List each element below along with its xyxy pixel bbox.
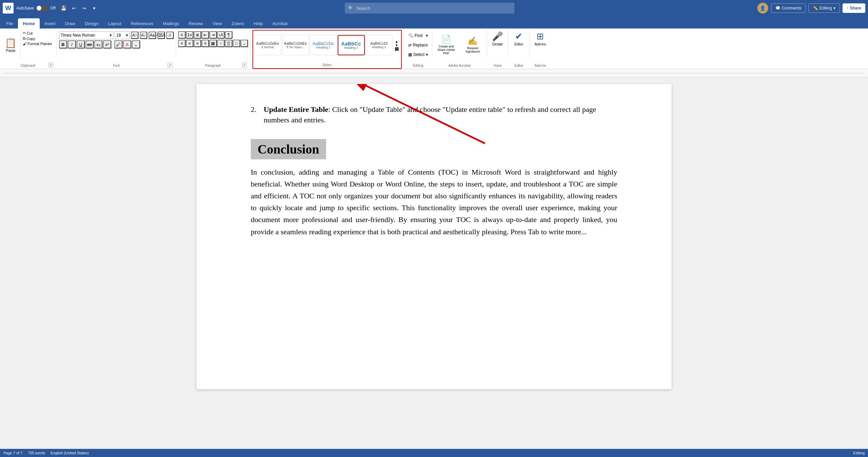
separator-3 xyxy=(250,30,250,57)
text-effects-button[interactable]: A xyxy=(166,32,174,39)
editing-mode-button[interactable]: ✏️ Editing ▾ xyxy=(809,3,840,13)
paste-button[interactable]: 📋 Paste xyxy=(1,30,20,60)
paragraph-expand-button[interactable]: ⤢ xyxy=(242,63,247,67)
tab-review[interactable]: Review xyxy=(184,18,208,28)
line-spacing-button[interactable]: ↕ xyxy=(217,40,225,47)
font-group-label: Font xyxy=(59,64,174,68)
page: 2. Update Entire Table: Click on "Update… xyxy=(196,84,672,389)
tab-references[interactable]: References xyxy=(126,18,158,28)
tab-layout[interactable]: Layout xyxy=(103,18,126,28)
text-highlight-button[interactable]: 🖊 xyxy=(114,40,122,48)
style-normal[interactable]: AaBbCcDdEe ¶ Normal xyxy=(254,35,281,55)
style-nospacing-preview: AaBbCcDdEe xyxy=(284,42,307,45)
tab-file[interactable]: File xyxy=(1,18,18,28)
bold-button[interactable]: B xyxy=(59,40,67,48)
tab-design[interactable]: Design xyxy=(80,18,103,28)
search-bar: 🔍 xyxy=(345,3,514,14)
font-top-row: Times New Roman ▾ 18 ▾ A↑ A↓ Aa ⌫A A xyxy=(59,31,174,39)
copy-button[interactable]: ⧉ Copy xyxy=(22,36,53,41)
bullets-button[interactable]: ≡ xyxy=(178,31,186,39)
style-heading2[interactable]: AaBbCc Heading 2 xyxy=(338,35,365,55)
format-painter-button[interactable]: 🖌 Format Painter xyxy=(22,41,53,46)
style-heading1[interactable]: AaBbCcDc Heading 1 xyxy=(310,35,337,55)
comment-icon: 💬 xyxy=(775,6,780,11)
find-button[interactable]: 🔍 Find ▾ xyxy=(406,31,430,40)
show-paragraph-button[interactable]: ¶ xyxy=(225,31,232,39)
tab-acrobat[interactable]: Acrobat xyxy=(268,18,293,28)
justify-button[interactable]: ≡ xyxy=(202,40,209,47)
style-nospacing-label: ¶ No Spaci... xyxy=(287,45,304,49)
dropdown-arrow-icon: ▾ xyxy=(833,6,835,11)
borders-button[interactable]: □ xyxy=(233,40,240,47)
align-center-button[interactable]: ≡ xyxy=(186,40,193,47)
style-heading3[interactable]: AaBbCcDi Heading 3 xyxy=(365,35,393,55)
styles-group-label: Styles xyxy=(253,63,401,67)
replace-button[interactable]: ⇄ Replace xyxy=(406,41,430,49)
more-paragraph-button[interactable]: ⌄ xyxy=(241,40,248,47)
numbering-button[interactable]: 1≡ xyxy=(186,31,193,39)
conclusion-body[interactable]: In conclusion, adding and managing a Tab… xyxy=(251,166,617,238)
document-area: 2. Update Entire Table: Click on "Update… xyxy=(0,77,868,457)
font-expand-button[interactable]: ⤢ xyxy=(168,63,172,67)
comments-button[interactable]: 💬 Comments xyxy=(771,3,806,13)
separator-4 xyxy=(404,30,404,57)
cut-button[interactable]: ✂ Cut xyxy=(22,31,53,36)
more-font-button[interactable]: ⌄ xyxy=(132,40,140,48)
sort-button[interactable]: ↕A xyxy=(217,31,225,39)
more-commands-button[interactable]: ▾ xyxy=(90,3,99,13)
tab-mailings[interactable]: Mailings xyxy=(158,18,184,28)
create-adobe-pdf-button[interactable]: 📄 Create and Share Adobe PDF xyxy=(434,35,458,55)
tab-draw[interactable]: Draw xyxy=(60,18,80,28)
tab-view[interactable]: View xyxy=(208,18,227,28)
underline-button[interactable]: U xyxy=(77,40,85,48)
autosave-toggle[interactable] xyxy=(36,5,48,11)
styles-more-button[interactable]: ▲ ▼ ⬛ xyxy=(393,39,400,52)
autosave-label: AutoSave xyxy=(16,6,34,11)
tab-help[interactable]: Help xyxy=(249,18,268,28)
increase-font-button[interactable]: A↑ xyxy=(131,32,138,39)
clipboard-expand-button[interactable]: ⤢ xyxy=(49,63,53,67)
status-bar: Page 7 of 7 755 words English (United St… xyxy=(0,449,868,457)
addins-button[interactable]: ⊞ Add-ins xyxy=(532,30,549,47)
style-no-spacing[interactable]: AaBbCcDdEe ¶ No Spaci... xyxy=(282,35,309,55)
align-right-button[interactable]: ≡ xyxy=(194,40,201,47)
tab-zotero[interactable]: Zotero xyxy=(227,18,249,28)
save-button[interactable]: 💾 xyxy=(59,3,69,13)
title-right: 👤 💬 Comments ✏️ Editing ▾ ↑ Share xyxy=(757,3,865,14)
columns-button[interactable]: ▦ xyxy=(209,40,217,47)
multilevel-list-button[interactable]: ≣ xyxy=(194,31,201,39)
conclusion-heading: Conclusion xyxy=(251,139,326,159)
redo-button[interactable]: ↪ xyxy=(79,3,89,13)
clear-formatting-button[interactable]: ⌫A xyxy=(157,32,165,39)
align-left-button[interactable]: ≡ xyxy=(178,40,186,47)
search-input[interactable] xyxy=(356,6,511,11)
shading-button[interactable]: ▒ xyxy=(225,40,232,47)
italic-button[interactable]: I xyxy=(68,40,76,48)
replace-icon: ⇄ xyxy=(408,43,412,47)
ruler xyxy=(0,69,868,77)
dictate-button[interactable]: 🎤 Dictate xyxy=(489,30,506,47)
editor-label: Editor xyxy=(514,42,523,46)
tab-home[interactable]: Home xyxy=(18,18,40,28)
font-name-selector[interactable]: Times New Roman ▾ xyxy=(59,31,113,39)
increase-indent-button[interactable]: ⇥ xyxy=(209,31,217,39)
request-signatures-button[interactable]: ✍ Request Signatures xyxy=(461,36,485,53)
superscript-button[interactable]: x² xyxy=(103,40,111,48)
decrease-indent-button[interactable]: ⇤ xyxy=(202,31,209,39)
change-case-button[interactable]: Aa xyxy=(149,32,156,39)
font-size-selector[interactable]: 18 ▾ xyxy=(115,31,130,39)
find-icon: 🔍 xyxy=(408,33,413,38)
font-color-button[interactable]: A xyxy=(123,40,131,48)
style-heading3-preview: AaBbCcDi xyxy=(370,42,388,45)
share-button[interactable]: ↑ Share xyxy=(843,3,865,13)
strikethrough-button[interactable]: ab xyxy=(86,40,94,48)
user-avatar[interactable]: 👤 xyxy=(757,3,768,14)
select-button[interactable]: ▦ Select ▾ xyxy=(406,50,430,59)
addins-group-label: Add-ins xyxy=(532,64,549,68)
undo-button[interactable]: ↩ xyxy=(69,3,79,13)
decrease-font-button[interactable]: A↓ xyxy=(140,32,147,39)
editor-button[interactable]: ✔ Editor xyxy=(510,30,527,47)
tab-insert[interactable]: Insert xyxy=(40,18,60,28)
editing-mode-status: Editing xyxy=(853,451,865,455)
subscript-button[interactable]: x₂ xyxy=(94,40,102,48)
